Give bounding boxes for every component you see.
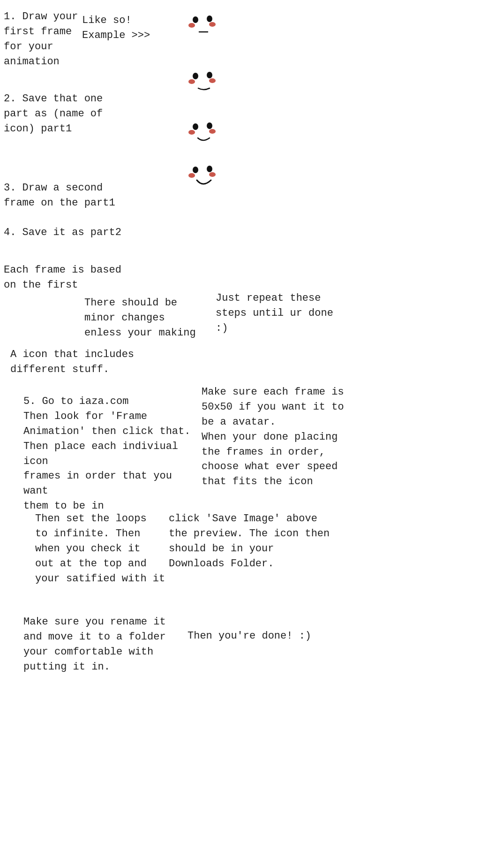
face4 xyxy=(185,160,223,195)
step5: 5. Go to iaza.com Then look for 'Frame A… xyxy=(23,394,202,514)
svg-point-11 xyxy=(188,130,195,135)
svg-point-0 xyxy=(193,16,198,23)
svg-point-5 xyxy=(193,73,198,79)
just-repeat: Just repeat these steps until ur done :) xyxy=(216,291,356,336)
svg-point-8 xyxy=(209,78,216,83)
svg-point-13 xyxy=(193,167,198,173)
face2 xyxy=(185,66,223,101)
svg-point-7 xyxy=(188,79,195,84)
then-done: Then you're done! :) xyxy=(188,629,347,644)
make-sure-rename: Make sure you rename it and move it to a… xyxy=(23,615,202,675)
each-frame: Each frame is based on the first xyxy=(4,263,149,293)
like-so: Like so! Example >>> xyxy=(82,13,185,43)
svg-point-2 xyxy=(188,23,195,28)
icon-includes: A icon that includes different stuff. xyxy=(10,347,151,377)
svg-point-3 xyxy=(209,22,216,27)
step4: 4. Save it as part2 xyxy=(4,225,144,240)
svg-point-14 xyxy=(207,166,212,172)
set-loops: Then set the loops to infinite. Then whe… xyxy=(35,511,185,586)
svg-point-6 xyxy=(207,72,212,78)
minor-changes: There should be minor changes enless you… xyxy=(84,296,220,341)
face3 xyxy=(185,116,223,152)
step2: 2. Save that one part as (name of icon) … xyxy=(4,91,135,137)
click-save: click 'Save Image' above the preview. Th… xyxy=(169,511,361,571)
svg-point-1 xyxy=(207,15,212,22)
step3: 3. Draw a second frame on the part1 xyxy=(4,181,135,211)
face1 xyxy=(185,9,223,45)
svg-point-12 xyxy=(209,129,216,134)
svg-point-9 xyxy=(193,123,198,130)
svg-point-16 xyxy=(209,172,216,177)
svg-point-15 xyxy=(188,173,195,178)
main-page: 1. Draw your first frame for your animat… xyxy=(0,0,480,868)
make-sure-frame: Make sure each frame is 50x50 if you wan… xyxy=(202,385,398,489)
svg-point-10 xyxy=(207,122,212,129)
